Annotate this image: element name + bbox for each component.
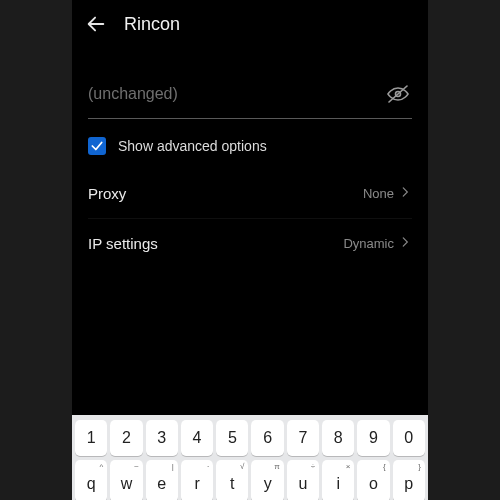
password-row: (unchanged) — [88, 76, 412, 119]
checkmark-icon — [90, 139, 104, 153]
key-q[interactable]: ^q — [75, 460, 107, 500]
key-0[interactable]: 0 — [393, 420, 425, 456]
key-2[interactable]: 2 — [110, 420, 142, 456]
key-y[interactable]: πy — [251, 460, 283, 500]
proxy-value: None — [363, 186, 394, 201]
keyboard-qwerty-row: ^q~w|e·r√tπy÷u×i{o}p — [75, 460, 425, 500]
screenshot-pad-left — [0, 0, 72, 500]
back-arrow-icon — [85, 13, 107, 35]
chevron-right-icon — [398, 235, 412, 252]
screenshot-pad-right — [428, 0, 500, 500]
key-p[interactable]: }p — [393, 460, 425, 500]
key-9[interactable]: 9 — [357, 420, 389, 456]
proxy-label: Proxy — [88, 185, 126, 202]
password-input[interactable]: (unchanged) — [88, 85, 376, 103]
key-o[interactable]: {o — [357, 460, 389, 500]
ip-settings-row[interactable]: IP settings Dynamic — [88, 219, 412, 268]
key-e[interactable]: |e — [146, 460, 178, 500]
key-w[interactable]: ~w — [110, 460, 142, 500]
topbar: Rincon — [72, 0, 428, 48]
key-r[interactable]: ·r — [181, 460, 213, 500]
show-advanced-checkbox[interactable] — [88, 137, 106, 155]
key-5[interactable]: 5 — [216, 420, 248, 456]
back-button[interactable] — [78, 6, 114, 42]
key-6[interactable]: 6 — [251, 420, 283, 456]
chevron-right-icon — [398, 185, 412, 202]
show-advanced-label: Show advanced options — [118, 138, 267, 154]
show-advanced-row[interactable]: Show advanced options — [88, 119, 412, 169]
proxy-row[interactable]: Proxy None — [88, 169, 412, 219]
key-t[interactable]: √t — [216, 460, 248, 500]
page-title: Rincon — [124, 14, 180, 35]
toggle-password-visibility[interactable] — [384, 80, 412, 108]
key-4[interactable]: 4 — [181, 420, 213, 456]
ip-settings-value: Dynamic — [343, 236, 394, 251]
key-i[interactable]: ×i — [322, 460, 354, 500]
eye-off-icon — [386, 82, 410, 106]
ip-settings-label: IP settings — [88, 235, 158, 252]
key-8[interactable]: 8 — [322, 420, 354, 456]
key-u[interactable]: ÷u — [287, 460, 319, 500]
key-3[interactable]: 3 — [146, 420, 178, 456]
keyboard-number-row: 1234567890 — [75, 420, 425, 456]
key-1[interactable]: 1 — [75, 420, 107, 456]
onscreen-keyboard[interactable]: 1234567890 ^q~w|e·r√tπy÷u×i{o}p — [72, 415, 428, 500]
key-7[interactable]: 7 — [287, 420, 319, 456]
